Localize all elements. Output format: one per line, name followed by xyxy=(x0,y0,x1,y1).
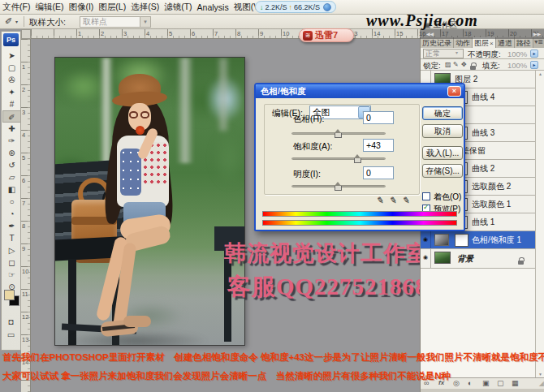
ok-button[interactable]: 确定 xyxy=(422,106,463,120)
net-monitor-icon[interactable] xyxy=(323,3,331,11)
brush-tool[interactable]: ✑ xyxy=(2,135,21,147)
save-button[interactable]: 存储(S)... xyxy=(422,164,463,178)
healing-brush-tool[interactable]: ✚ xyxy=(2,123,21,135)
lock-pixels-icon[interactable]: ✎ xyxy=(453,61,459,68)
crop-tool[interactable]: # xyxy=(2,98,21,110)
layers-scrollbar[interactable]: ▲ ▼ xyxy=(535,71,544,377)
lightness-input[interactable] xyxy=(363,166,394,179)
net-speed-overlay: ↓ 2.2K/S ↑ 66.2K/S xyxy=(255,1,336,13)
layer-row-色相/饱和度 1[interactable]: ◉色相/饱和度 1 xyxy=(421,231,535,249)
colorize-checkbox[interactable] xyxy=(422,192,430,200)
fill-spinner-button[interactable]: ▸ xyxy=(530,61,538,69)
panel-menu-icon[interactable]: ▾≣ xyxy=(534,38,543,45)
menu-item-filter[interactable]: 滤镜(T) xyxy=(162,2,194,13)
magic-wand-tool[interactable]: ✦ xyxy=(2,86,21,98)
history-brush-tool[interactable]: ↺ xyxy=(2,159,21,171)
thunder-download-badge[interactable]: ≋ 迅雷7 xyxy=(299,28,354,42)
add-mask-icon[interactable]: ◎ xyxy=(453,379,460,387)
hue-slider-thumb[interactable] xyxy=(335,133,342,138)
saturation-input[interactable] xyxy=(363,139,394,152)
scroll-up-icon[interactable]: ▲ xyxy=(536,71,544,76)
eyedropper-tool[interactable]: ✐ xyxy=(2,110,21,123)
dialog-title[interactable]: 色相/饱和度 xyxy=(256,84,464,98)
scroll-down-icon[interactable]: ▼ xyxy=(536,372,544,377)
menu-item-edit[interactable]: 编辑(E) xyxy=(32,2,66,13)
photo-tree-trunk xyxy=(219,58,227,131)
marquee-tool[interactable]: ▢ xyxy=(2,62,21,74)
layer-row-背景[interactable]: ◉背景 xyxy=(421,249,535,269)
layer-name[interactable]: 曲线 3 xyxy=(472,124,494,141)
photoshop-app: 文件(F)编辑(E)图像(I)图层(L)选择(S)滤镜(T)Analysis视图… xyxy=(0,0,544,392)
opacity-spinner-button[interactable]: ▸ xyxy=(530,50,538,58)
saturation-slider-track[interactable] xyxy=(291,157,386,160)
layer-name[interactable]: 背景 xyxy=(457,249,473,268)
new-adjustment-icon[interactable]: ◐ xyxy=(468,379,472,387)
resize-grip-icon[interactable]: ◢ xyxy=(539,380,544,387)
pen-tool[interactable]: ✒ xyxy=(2,220,21,232)
vertical-ruler[interactable]: 1234567891011121314 xyxy=(21,39,31,392)
eyedropper-icon[interactable]: ✐ xyxy=(373,196,385,205)
quick-mask-button[interactable]: ◘ xyxy=(2,317,20,326)
lightness-label: 明度(I): xyxy=(293,169,321,180)
foreground-color-swatch[interactable] xyxy=(4,290,15,300)
adjustment-thumbnail[interactable] xyxy=(434,234,449,246)
chevron-down-icon[interactable]: ▾ xyxy=(15,19,18,24)
layer-name[interactable]: 曲线 2 xyxy=(472,160,494,177)
layer-name[interactable]: 曲线 4 xyxy=(472,88,494,106)
blur-tool[interactable]: ○ xyxy=(2,196,21,208)
menu-item-analysis[interactable]: Analysis xyxy=(195,2,231,12)
photo-glasses xyxy=(140,111,149,118)
type-tool[interactable]: T xyxy=(2,232,21,244)
close-icon[interactable]: × xyxy=(489,40,494,47)
menu-item-layer[interactable]: 图层(L) xyxy=(96,2,128,13)
lock-transparency-icon[interactable]: ▨ xyxy=(445,61,451,68)
chevron-down-icon[interactable]: ▾ xyxy=(455,50,458,55)
new-layer-icon[interactable]: ▢ xyxy=(497,379,504,387)
layer-mask-thumbnail[interactable] xyxy=(455,234,468,247)
layer-visibility-toggle[interactable]: ◉ xyxy=(421,231,431,248)
ruler-origin-corner[interactable] xyxy=(21,29,31,39)
lock-position-icon[interactable]: ✥ xyxy=(461,61,467,68)
layer-name[interactable]: 选取颜色 2 xyxy=(472,178,511,195)
eyedropper-tool-icon[interactable]: ✐ xyxy=(5,16,12,27)
layer-name[interactable]: 色相/饱和度 1 xyxy=(472,231,521,248)
path-select-tool[interactable]: ▷ xyxy=(2,244,21,256)
layer-name[interactable]: 曲线 1 xyxy=(472,213,494,230)
chevron-down-icon[interactable]: ▾ xyxy=(140,16,151,28)
saturation-slider-thumb[interactable] xyxy=(354,158,361,163)
screen-mode-button[interactable]: ▭ xyxy=(2,330,20,339)
tutorial-text-line1: 首先我们在PHOTOSHOP里面打开素材 创建色相饱和度命令 饱和度+43这一步… xyxy=(2,351,544,364)
lasso-tool[interactable]: ✇ xyxy=(2,74,21,86)
layer-thumbnail[interactable] xyxy=(434,252,451,264)
shape-tool[interactable]: ◻ xyxy=(2,256,21,269)
delete-layer-icon[interactable]: ▦ xyxy=(512,379,519,387)
menu-item-select[interactable]: 选择(S) xyxy=(128,2,162,13)
close-icon[interactable]: × xyxy=(447,86,461,97)
ruler-number: 2 xyxy=(101,30,104,37)
ruler-number: 3 xyxy=(22,109,25,116)
eyedropper-minus-icon[interactable]: ✐ xyxy=(399,196,411,205)
gradient-tool[interactable]: ◧ xyxy=(2,183,21,196)
photo-of-girl-canvas[interactable] xyxy=(54,57,245,346)
eraser-tool[interactable]: ▱ xyxy=(2,171,21,183)
hue-input[interactable] xyxy=(363,111,394,124)
layer-visibility-toggle[interactable]: ◉ xyxy=(421,249,431,268)
fill-value[interactable]: 100% xyxy=(507,61,527,70)
new-group-icon[interactable]: ▣ xyxy=(482,379,490,387)
menu-item-image[interactable]: 图像(I) xyxy=(66,2,96,13)
dodge-tool[interactable]: ◔ xyxy=(2,208,21,220)
hand-tool[interactable]: ☞ xyxy=(2,269,21,281)
cancel-button[interactable]: 取消 xyxy=(422,124,463,138)
lightness-slider-thumb[interactable] xyxy=(335,186,342,191)
load-button[interactable]: 载入(L)... xyxy=(422,146,463,160)
layer-name[interactable]: 选取颜色 1 xyxy=(472,196,511,213)
ruler-number: 13 xyxy=(22,336,28,343)
ruler-number: 4 xyxy=(22,131,25,139)
eyedropper-plus-icon[interactable]: ✐ xyxy=(386,196,398,205)
collapse-right-icon[interactable]: ▶▶ xyxy=(533,29,541,39)
menu-item-file[interactable]: 文件(F) xyxy=(0,2,32,13)
opacity-value[interactable]: 100% xyxy=(507,50,527,58)
clone-stamp-tool[interactable]: ⊛ xyxy=(2,147,21,159)
ruler-number: 15 xyxy=(396,30,403,37)
move-tool[interactable]: ➤ xyxy=(2,50,21,62)
